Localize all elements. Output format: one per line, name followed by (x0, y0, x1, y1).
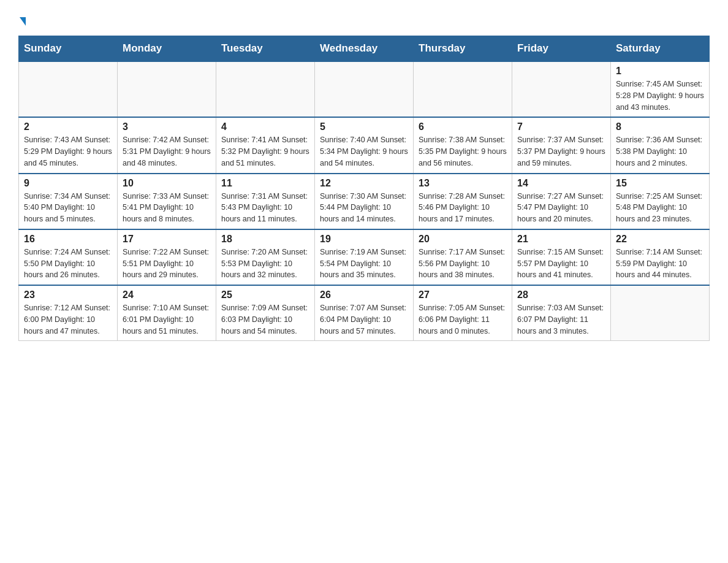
day-info: Sunrise: 7:17 AM Sunset: 5:56 PM Dayligh… (419, 247, 507, 281)
day-info: Sunrise: 7:34 AM Sunset: 5:40 PM Dayligh… (24, 191, 112, 225)
day-info: Sunrise: 7:03 AM Sunset: 6:07 PM Dayligh… (517, 302, 605, 337)
calendar-cell: 1Sunrise: 7:45 AM Sunset: 5:28 PM Daylig… (611, 61, 710, 117)
day-number: 17 (123, 234, 211, 245)
day-number: 10 (123, 178, 211, 189)
calendar-cell (216, 61, 315, 117)
calendar-cell: 12Sunrise: 7:30 AM Sunset: 5:44 PM Dayli… (315, 174, 414, 229)
day-info: Sunrise: 7:36 AM Sunset: 5:38 PM Dayligh… (616, 134, 704, 169)
calendar-header-row: SundayMondayTuesdayWednesdayThursdayFrid… (19, 36, 710, 62)
day-info: Sunrise: 7:37 AM Sunset: 5:37 PM Dayligh… (517, 134, 605, 169)
day-number: 5 (320, 121, 408, 132)
calendar-cell (118, 61, 216, 117)
day-info: Sunrise: 7:43 AM Sunset: 5:29 PM Dayligh… (24, 134, 112, 169)
calendar-cell: 25Sunrise: 7:09 AM Sunset: 6:03 PM Dayli… (216, 285, 315, 341)
calendar-cell (414, 61, 512, 117)
calendar-cell: 5Sunrise: 7:40 AM Sunset: 5:34 PM Daylig… (315, 117, 414, 173)
calendar-cell: 21Sunrise: 7:15 AM Sunset: 5:57 PM Dayli… (512, 229, 611, 285)
calendar-cell: 2Sunrise: 7:43 AM Sunset: 5:29 PM Daylig… (19, 117, 118, 173)
page-header (18, 12, 710, 29)
column-header-thursday: Thursday (414, 36, 512, 62)
day-info: Sunrise: 7:20 AM Sunset: 5:53 PM Dayligh… (221, 247, 309, 281)
calendar-cell: 8Sunrise: 7:36 AM Sunset: 5:38 PM Daylig… (611, 117, 710, 173)
week-row-3: 9Sunrise: 7:34 AM Sunset: 5:40 PM Daylig… (19, 174, 710, 229)
column-header-friday: Friday (512, 36, 611, 62)
day-number: 21 (517, 234, 605, 245)
day-info: Sunrise: 7:42 AM Sunset: 5:31 PM Dayligh… (123, 134, 211, 169)
day-info: Sunrise: 7:19 AM Sunset: 5:54 PM Dayligh… (320, 247, 408, 281)
calendar-cell: 15Sunrise: 7:25 AM Sunset: 5:48 PM Dayli… (611, 174, 710, 229)
day-info: Sunrise: 7:33 AM Sunset: 5:41 PM Dayligh… (123, 191, 211, 225)
calendar-cell: 27Sunrise: 7:05 AM Sunset: 6:06 PM Dayli… (414, 285, 512, 341)
day-info: Sunrise: 7:41 AM Sunset: 5:32 PM Dayligh… (221, 134, 309, 169)
week-row-2: 2Sunrise: 7:43 AM Sunset: 5:29 PM Daylig… (19, 117, 710, 173)
calendar-cell (512, 61, 611, 117)
day-number: 23 (24, 289, 112, 301)
calendar-cell: 3Sunrise: 7:42 AM Sunset: 5:31 PM Daylig… (118, 117, 216, 173)
day-number: 16 (24, 234, 112, 245)
calendar-cell: 22Sunrise: 7:14 AM Sunset: 5:59 PM Dayli… (611, 229, 710, 285)
day-number: 9 (24, 178, 112, 189)
calendar-cell: 7Sunrise: 7:37 AM Sunset: 5:37 PM Daylig… (512, 117, 611, 173)
calendar-cell: 16Sunrise: 7:24 AM Sunset: 5:50 PM Dayli… (19, 229, 118, 285)
week-row-1: 1Sunrise: 7:45 AM Sunset: 5:28 PM Daylig… (19, 61, 710, 117)
day-info: Sunrise: 7:22 AM Sunset: 5:51 PM Dayligh… (123, 247, 211, 281)
day-info: Sunrise: 7:28 AM Sunset: 5:46 PM Dayligh… (419, 191, 507, 225)
calendar-cell: 11Sunrise: 7:31 AM Sunset: 5:43 PM Dayli… (216, 174, 315, 229)
calendar-cell (19, 61, 118, 117)
calendar-cell: 17Sunrise: 7:22 AM Sunset: 5:51 PM Dayli… (118, 229, 216, 285)
calendar-cell: 24Sunrise: 7:10 AM Sunset: 6:01 PM Dayli… (118, 285, 216, 341)
calendar-cell (315, 61, 414, 117)
calendar-cell: 20Sunrise: 7:17 AM Sunset: 5:56 PM Dayli… (414, 229, 512, 285)
column-header-monday: Monday (118, 36, 216, 62)
day-number: 22 (616, 234, 704, 245)
day-number: 13 (419, 178, 507, 189)
day-info: Sunrise: 7:15 AM Sunset: 5:57 PM Dayligh… (517, 247, 605, 281)
calendar-cell: 9Sunrise: 7:34 AM Sunset: 5:40 PM Daylig… (19, 174, 118, 229)
day-number: 15 (616, 178, 704, 189)
day-number: 18 (221, 234, 309, 245)
day-info: Sunrise: 7:30 AM Sunset: 5:44 PM Dayligh… (320, 191, 408, 225)
calendar-cell: 4Sunrise: 7:41 AM Sunset: 5:32 PM Daylig… (216, 117, 315, 173)
calendar-cell: 6Sunrise: 7:38 AM Sunset: 5:35 PM Daylig… (414, 117, 512, 173)
day-info: Sunrise: 7:24 AM Sunset: 5:50 PM Dayligh… (24, 247, 112, 281)
week-row-4: 16Sunrise: 7:24 AM Sunset: 5:50 PM Dayli… (19, 229, 710, 285)
day-number: 28 (517, 289, 605, 301)
day-info: Sunrise: 7:14 AM Sunset: 5:59 PM Dayligh… (616, 247, 704, 281)
day-number: 11 (221, 178, 309, 189)
day-info: Sunrise: 7:25 AM Sunset: 5:48 PM Dayligh… (616, 191, 704, 225)
day-info: Sunrise: 7:38 AM Sunset: 5:35 PM Dayligh… (419, 134, 507, 169)
day-number: 19 (320, 234, 408, 245)
calendar-cell: 18Sunrise: 7:20 AM Sunset: 5:53 PM Dayli… (216, 229, 315, 285)
day-number: 27 (419, 289, 507, 301)
day-info: Sunrise: 7:45 AM Sunset: 5:28 PM Dayligh… (616, 79, 704, 113)
day-number: 7 (517, 121, 605, 132)
column-header-saturday: Saturday (611, 36, 710, 62)
day-number: 14 (517, 178, 605, 189)
calendar-cell: 10Sunrise: 7:33 AM Sunset: 5:41 PM Dayli… (118, 174, 216, 229)
calendar-cell: 23Sunrise: 7:12 AM Sunset: 6:00 PM Dayli… (19, 285, 118, 341)
calendar-table: SundayMondayTuesdayWednesdayThursdayFrid… (18, 36, 710, 341)
day-info: Sunrise: 7:12 AM Sunset: 6:00 PM Dayligh… (24, 302, 112, 337)
day-info: Sunrise: 7:27 AM Sunset: 5:47 PM Dayligh… (517, 191, 605, 225)
day-number: 25 (221, 289, 309, 301)
calendar-cell: 19Sunrise: 7:19 AM Sunset: 5:54 PM Dayli… (315, 229, 414, 285)
calendar-cell (611, 285, 710, 341)
week-row-5: 23Sunrise: 7:12 AM Sunset: 6:00 PM Dayli… (19, 285, 710, 341)
day-number: 12 (320, 178, 408, 189)
logo-arrow-icon (20, 17, 26, 26)
calendar-cell: 26Sunrise: 7:07 AM Sunset: 6:04 PM Dayli… (315, 285, 414, 341)
day-number: 3 (123, 121, 211, 132)
calendar-cell: 13Sunrise: 7:28 AM Sunset: 5:46 PM Dayli… (414, 174, 512, 229)
column-header-sunday: Sunday (19, 36, 118, 62)
column-header-tuesday: Tuesday (216, 36, 315, 62)
day-info: Sunrise: 7:07 AM Sunset: 6:04 PM Dayligh… (320, 302, 408, 337)
logo-general-text (18, 12, 26, 29)
day-number: 2 (24, 121, 112, 132)
day-info: Sunrise: 7:40 AM Sunset: 5:34 PM Dayligh… (320, 134, 408, 169)
column-header-wednesday: Wednesday (315, 36, 414, 62)
calendar-cell: 28Sunrise: 7:03 AM Sunset: 6:07 PM Dayli… (512, 285, 611, 341)
logo (18, 12, 26, 29)
day-number: 1 (616, 66, 704, 77)
day-info: Sunrise: 7:10 AM Sunset: 6:01 PM Dayligh… (123, 302, 211, 337)
day-info: Sunrise: 7:31 AM Sunset: 5:43 PM Dayligh… (221, 191, 309, 225)
